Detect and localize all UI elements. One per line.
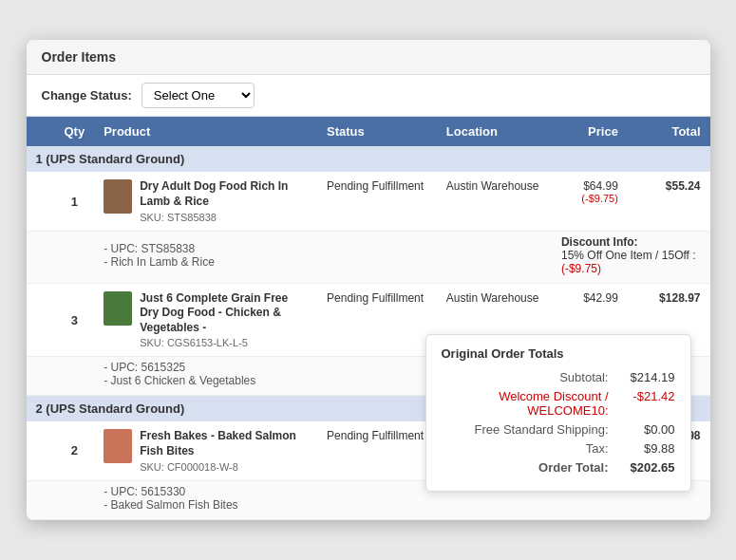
- change-status-bar: Change Status: Select One: [27, 75, 710, 117]
- discount-detail: 15% Off One Item / 15Off :: [561, 249, 701, 262]
- detail-left-item: - Rich In Lamb & Rice: [104, 255, 542, 269]
- price-original: $64.99: [561, 179, 618, 193]
- status-cell: Pending Fulfillment: [317, 283, 437, 357]
- col-header-price: Price: [552, 117, 628, 146]
- totals-row: Subtotal: $214.19: [442, 370, 675, 384]
- table-row: 1 Dry Adult Dog Food Rich In Lamb & Rice…: [27, 172, 710, 231]
- price-original: $42.99: [561, 291, 618, 305]
- row-indicator: [27, 421, 55, 480]
- price-discount: (-$9.75): [561, 193, 618, 204]
- status-cell: Pending Fulfillment: [317, 421, 437, 480]
- detail-left: - UPC: STS85838- Rich In Lamb & Rice: [94, 231, 552, 283]
- totals-row: Tax: $9.88: [442, 441, 675, 456]
- product-cell: Fresh Bakes - Baked Salmon Fish Bites SK…: [94, 421, 317, 480]
- col-header-qty: Qty: [55, 117, 95, 146]
- detail-spacer: [27, 231, 55, 283]
- col-header-location: Location: [437, 117, 552, 146]
- status-select[interactable]: Select One: [142, 83, 255, 108]
- product-info: Just 6 Complete Grain Free Dry Dog Food …: [140, 291, 301, 349]
- qty-cell: 2: [55, 421, 95, 480]
- totals-row-value: $202.65: [609, 460, 675, 475]
- detail-left-item: - UPC: STS85838: [104, 242, 542, 255]
- product-sku: SKU: STS85838: [140, 212, 301, 223]
- product-thumbnail: [104, 179, 132, 214]
- detail-row: - UPC: STS85838- Rich In Lamb & Rice Dis…: [27, 231, 710, 283]
- totals-row-label: Welcome Discount / WELCOME10:: [442, 389, 609, 418]
- product-cell-inner: Fresh Bakes - Baked Salmon Fish Bites SK…: [104, 429, 308, 472]
- product-info: Dry Adult Dog Food Rich In Lamb & Rice S…: [140, 179, 301, 222]
- qty-cell: 3: [55, 283, 95, 357]
- col-header-product: Product: [94, 117, 317, 146]
- totals-row-value: $0.00: [609, 422, 675, 437]
- detail-left-item: - Baked Salmon Fish Bites: [104, 498, 542, 512]
- detail-qty-spacer: [55, 231, 95, 283]
- modal-header: Order Items: [27, 40, 710, 75]
- product-cell-inner: Dry Adult Dog Food Rich In Lamb & Rice S…: [104, 179, 308, 222]
- row-indicator: [27, 172, 55, 231]
- totals-row: Order Total: $202.65: [442, 460, 675, 475]
- totals-row-label: Tax:: [442, 441, 609, 456]
- totals-row: Free Standard Shipping: $0.00: [442, 422, 675, 437]
- product-thumbnail: [104, 291, 132, 326]
- group-header-row: 1 (UPS Standard Ground): [27, 146, 710, 172]
- totals-row-value: $214.19: [609, 370, 675, 384]
- product-sku: SKU: CGS6153-LK-L-5: [140, 337, 301, 348]
- product-cell: Dry Adult Dog Food Rich In Lamb & Rice S…: [94, 172, 317, 231]
- status-cell: Pending Fulfillment: [317, 172, 437, 231]
- row-indicator: [27, 283, 55, 357]
- discount-title: Discount Info:: [561, 235, 701, 249]
- col-header-empty: [27, 117, 55, 146]
- product-name: Just 6 Complete Grain Free Dry Dog Food …: [140, 291, 301, 336]
- totals-title: Original Order Totals: [442, 346, 675, 361]
- totals-row: Welcome Discount / WELCOME10: -$21.42: [442, 389, 675, 418]
- totals-row-value: $9.88: [609, 441, 675, 456]
- detail-discount: Discount Info: 15% Off One Item / 15Off …: [552, 231, 710, 283]
- detail-qty-spacer: [55, 480, 95, 519]
- product-info: Fresh Bakes - Baked Salmon Fish Bites SK…: [140, 429, 301, 472]
- change-status-label: Change Status:: [42, 88, 132, 103]
- product-name: Fresh Bakes - Baked Salmon Fish Bites: [140, 429, 301, 458]
- total-cell: $55.24: [628, 172, 710, 231]
- totals-panel: Original Order Totals Subtotal: $214.19 …: [425, 334, 691, 492]
- totals-row-value: -$21.42: [609, 389, 675, 418]
- totals-row-label: Order Total:: [442, 460, 609, 475]
- detail-left-content: - UPC: STS85838- Rich In Lamb & Rice: [104, 242, 542, 269]
- product-cell: Just 6 Complete Grain Free Dry Dog Food …: [94, 283, 317, 357]
- col-header-status: Status: [317, 117, 437, 146]
- totals-row-label: Free Standard Shipping:: [442, 422, 609, 437]
- detail-qty-spacer: [55, 357, 95, 396]
- col-header-total: Total: [628, 117, 710, 146]
- modal-title: Order Items: [42, 49, 117, 65]
- product-thumbnail: [104, 429, 132, 463]
- product-sku: SKU: CF000018-W-8: [140, 461, 301, 473]
- totals-row-label: Subtotal:: [442, 370, 609, 384]
- group-label: 1 (UPS Standard Ground): [27, 146, 710, 172]
- order-items-modal: Order Items Change Status: Select One Qt…: [27, 40, 710, 519]
- detail-spacer: [27, 357, 55, 396]
- location-cell: Austin Warehouse: [437, 172, 552, 231]
- discount-amount: (-$9.75): [561, 262, 701, 275]
- product-name: Dry Adult Dog Food Rich In Lamb & Rice: [140, 179, 301, 209]
- qty-cell: 1: [55, 172, 95, 231]
- price-cell: $64.99 (-$9.75): [552, 172, 628, 231]
- product-cell-inner: Just 6 Complete Grain Free Dry Dog Food …: [104, 291, 308, 349]
- detail-discount-cell: Discount Info: 15% Off One Item / 15Off …: [561, 235, 701, 275]
- detail-spacer: [27, 480, 55, 519]
